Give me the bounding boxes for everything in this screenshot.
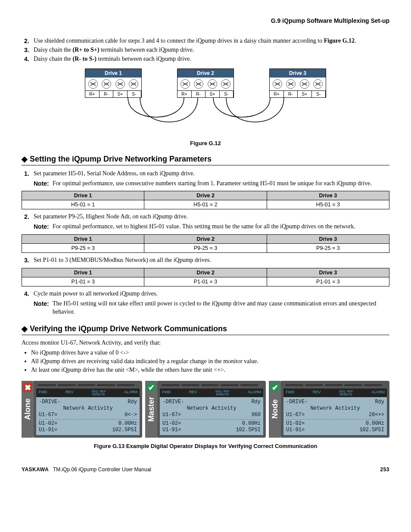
footer-brand: YASKAWA — [22, 467, 49, 473]
digital-operator: FWDREV SEQ REFREMOTE ALARM -DRIVE-Rdy Ne… — [34, 381, 142, 438]
status-icon: ✔ — [146, 383, 156, 392]
page-header: G.9 iQpump Software Multiplexing Set-up — [22, 17, 389, 24]
terminal-label: S+ — [298, 90, 312, 97]
section-networking-params: Setting the iQpump Drive Networking Para… — [22, 154, 389, 165]
drive-box: Drive 1R+R-S+S- — [85, 68, 142, 98]
status-bar: FWDREV SEQ REFREMOTE ALARM — [36, 389, 140, 397]
terminal-label: R- — [192, 90, 206, 97]
panel-tab: Master ✔ — [145, 381, 157, 438]
status-bar: FWDREV SEQ REFREMOTE ALARM — [160, 389, 263, 397]
terminal-label: R- — [100, 90, 114, 97]
section-verify-comms: Verifying the iQpump Drive Network Commu… — [22, 324, 389, 335]
table-cell: H5-01 = 2 — [144, 200, 267, 209]
lcd-screen: -DRIVE-Rdy Network Activity U1-67=0<-> U… — [36, 397, 140, 435]
footer-page-number: 253 — [380, 467, 389, 473]
step-2: 2. Set parameter P9-25, Highest Node Adr… — [34, 213, 389, 221]
table-cell: P1-01 = 3 — [144, 277, 267, 286]
panel-group: Node ✔ FWDREV SEQ REFREMOTE ALARM -DRIVE… — [269, 381, 389, 438]
drive-box: Drive 2R+R-S+S- — [177, 68, 234, 98]
status-icon: ✔ — [270, 383, 280, 392]
list-item: 4.Daisy chain the (R- to S-) terminals b… — [34, 55, 389, 63]
table-header: Drive 3 — [267, 235, 389, 244]
table-cell: P9-25 = 3 — [22, 244, 144, 253]
list-item: At least one iQpump drive has the unit <… — [31, 366, 389, 374]
step-1: 1. Set parameter H5-01, Serial Node Addr… — [34, 170, 389, 178]
terminal-label: S- — [220, 90, 234, 97]
panel-tab: Node ✔ — [269, 381, 281, 438]
table-header: Drive 2 — [144, 235, 267, 244]
table-cell: H5-01 = 3 — [267, 200, 389, 209]
table-cell: H5-01 = 1 — [22, 200, 144, 209]
terminal-label: R+ — [270, 90, 284, 97]
drive-title: Drive 3 — [270, 69, 326, 78]
terminal-label: S+ — [113, 90, 128, 97]
daisy-chain-diagram: Drive 1R+R-S+S-Drive 2R+R-S+S-Drive 3R+R… — [85, 68, 326, 137]
lcd-screen: -DRIVE-Rdy Network Activity U1-67=960 U1… — [160, 397, 263, 435]
page-footer: YASKAWA TM.iQp.06 iQpump Controller User… — [22, 467, 389, 473]
table-cell: P1-01 = 3 — [22, 277, 144, 286]
table-header: Drive 1 — [22, 235, 144, 244]
drive-box: Drive 3R+R-S+S- — [269, 68, 326, 98]
table-header: Drive 3 — [267, 268, 389, 277]
verify-lead: Access monitor U1-67, Network Activity, … — [22, 339, 389, 346]
list-item: 2.Use shielded communication cable for s… — [34, 37, 389, 45]
wire-diagram — [85, 98, 326, 137]
table-cell: P9-25 = 3 — [267, 244, 389, 253]
list-item: 3.Daisy chain the (R+ to S+) terminals b… — [34, 46, 389, 54]
table-cell: P9-25 = 3 — [144, 244, 267, 253]
operator-panels: Alone ✖ FWDREV SEQ REFREMOTE ALARM -DRIV… — [22, 381, 389, 438]
verify-bullets: No iQpump drives have a value of 0 <-> A… — [26, 349, 389, 374]
table-p1-01: Drive 1 Drive 2 Drive 3 P1-01 = 3 P1-01 … — [22, 268, 389, 286]
step-3: 3. Set P1-01 to 3 (MEMOBUS/Modbus Networ… — [34, 256, 389, 264]
panel-group: Master ✔ FWDREV SEQ REFREMOTE ALARM -DRI… — [145, 381, 266, 438]
table-header: Drive 3 — [267, 191, 389, 200]
terminal-label: R- — [284, 90, 298, 97]
terminal-label: S- — [128, 90, 142, 97]
figure-g12-caption: Figure G.12 — [22, 140, 389, 146]
table-header: Drive 1 — [22, 268, 144, 277]
drive-title: Drive 2 — [177, 69, 234, 78]
intro-steps: 2.Use shielded communication cable for s… — [22, 37, 389, 63]
table-header: Drive 2 — [144, 191, 267, 200]
note-1: Note: For optimal performance, use conse… — [34, 180, 389, 188]
drive-title: Drive 1 — [85, 69, 141, 78]
step-4: 4. Cycle main power to all networked iQp… — [34, 290, 389, 298]
list-item: No iQpump drives have a value of 0 <-> — [31, 349, 389, 357]
terminal-label: S+ — [206, 90, 220, 97]
table-cell: P1-01 = 3 — [267, 277, 389, 286]
note-2: Note: For optimal performance, set to hi… — [34, 223, 389, 231]
table-header: Drive 2 — [144, 268, 267, 277]
table-p9-25: Drive 1 Drive 2 Drive 3 P9-25 = 3 P9-25 … — [22, 234, 389, 253]
panel-group: Alone ✖ FWDREV SEQ REFREMOTE ALARM -DRIV… — [22, 381, 142, 438]
status-icon: ✖ — [23, 383, 32, 392]
footer-doc — [50, 467, 51, 473]
digital-operator: FWDREV SEQ REFREMOTE ALARM -DRIVE-Rdy Ne… — [281, 381, 389, 438]
terminal-label: R+ — [85, 90, 100, 97]
status-bar: FWDREV SEQ REFREMOTE ALARM — [283, 389, 387, 397]
panel-tab: Alone ✖ — [22, 381, 34, 438]
list-item: All iQpump drives are receiving valid da… — [31, 358, 389, 365]
table-header: Drive 1 — [22, 191, 144, 200]
terminal-label: S- — [312, 90, 326, 97]
note-4: Note: The H5-01 setting will not take ef… — [34, 300, 389, 316]
lcd-screen: -DRIVE-Rdy Network Activity U1-67=28<+> … — [283, 397, 387, 435]
digital-operator: FWDREV SEQ REFREMOTE ALARM -DRIVE-Rdy Ne… — [157, 381, 266, 438]
figure-g13-caption: Figure G.13 Example Digital Operator Dis… — [22, 443, 389, 449]
terminal-label: R+ — [177, 90, 192, 97]
table-h5-01: Drive 1 Drive 2 Drive 3 H5-01 = 1 H5-01 … — [22, 191, 389, 209]
